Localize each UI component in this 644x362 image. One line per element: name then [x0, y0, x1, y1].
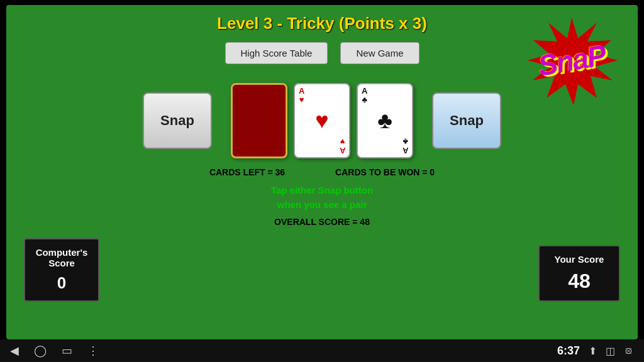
- your-score-value: 48: [547, 270, 611, 293]
- nav-bar: ◀ ◯ ▭ ⋮ 6:37 ⬆ ◫ ⦻: [0, 339, 644, 362]
- cards-left-label: CARDS LEFT = 36: [209, 167, 285, 177]
- close-icon[interactable]: ⦻: [624, 345, 634, 356]
- menu-icon[interactable]: ⋮: [87, 344, 99, 358]
- left-snap-button[interactable]: Snap: [143, 92, 212, 149]
- right-card-suit: ♣: [377, 107, 392, 134]
- right-card: A♣ ♣ A♣: [357, 83, 413, 158]
- right-card-rank-bottom: A♣: [402, 136, 408, 155]
- home-icon[interactable]: ◯: [34, 344, 47, 358]
- your-score-box: Your Score 48: [538, 245, 620, 302]
- center-card-rank-top: A♥: [299, 87, 304, 105]
- center-card: A♥ ♥ A♥: [294, 83, 350, 158]
- nav-right: 6:37 ⬆ ◫ ⦻: [557, 344, 634, 358]
- your-score-label: Your Score: [547, 254, 611, 265]
- game-area: Level 3 - Tricky (Points x 3) High Score…: [6, 5, 638, 339]
- back-icon[interactable]: ◀: [10, 344, 19, 358]
- cards-info: CARDS LEFT = 36 CARDS TO BE WON = 0: [6, 167, 638, 177]
- recents-icon[interactable]: ▭: [62, 344, 72, 358]
- cards-to-be-won-label: CARDS TO BE WON = 0: [335, 167, 435, 177]
- computer-score-label: Computer's Score: [33, 247, 91, 268]
- overall-score: OVERALL SCORE = 48: [6, 217, 638, 227]
- instruction: Tap either Snap button when you see a pa…: [6, 184, 638, 212]
- right-snap-button[interactable]: Snap: [432, 92, 501, 149]
- instruction-line1: Tap either Snap button: [271, 185, 373, 195]
- face-down-card: [231, 83, 287, 158]
- nav-left: ◀ ◯ ▭ ⋮: [10, 344, 99, 358]
- clock: 6:37: [557, 344, 580, 358]
- instruction-line2: when you see a pair: [277, 199, 367, 210]
- center-card-rank-bottom: A♥: [340, 136, 345, 155]
- center-card-suit: ♥: [315, 107, 328, 134]
- snap-burst: SnaP: [525, 16, 619, 104]
- share-icon[interactable]: ⬆: [589, 345, 597, 357]
- right-card-rank-top: A♣: [362, 87, 367, 105]
- new-game-button[interactable]: New Game: [340, 42, 419, 64]
- screen-icon[interactable]: ◫: [606, 345, 615, 357]
- computer-score-box: Computer's Score 0: [24, 238, 99, 302]
- computer-score-value: 0: [33, 273, 91, 293]
- high-score-button[interactable]: High Score Table: [225, 42, 328, 64]
